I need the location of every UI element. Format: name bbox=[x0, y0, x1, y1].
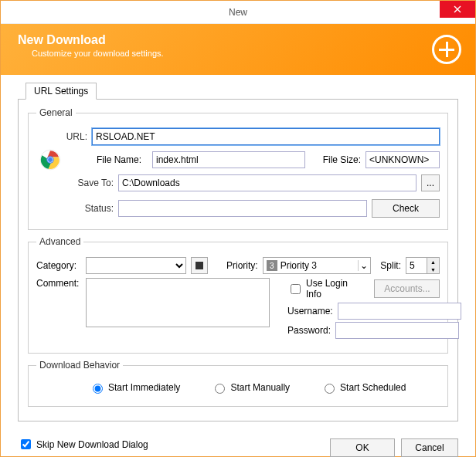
url-label: URL: bbox=[36, 131, 87, 142]
username-label: Username: bbox=[287, 306, 333, 317]
behavior-group: Download Behavior Start Immediately Star… bbox=[28, 360, 448, 407]
banner-sub: Customize your download settings. bbox=[32, 49, 458, 58]
saveto-input[interactable] bbox=[118, 174, 416, 191]
svg-point-3 bbox=[48, 157, 53, 162]
category-manage-button[interactable] bbox=[191, 257, 208, 274]
cancel-button[interactable]: Cancel bbox=[401, 438, 458, 457]
start-immediately-radio[interactable]: Start Immediately bbox=[89, 381, 180, 394]
browse-button[interactable]: ... bbox=[421, 174, 440, 191]
banner: New Download Customize your download set… bbox=[1, 24, 475, 75]
comment-label: Comment: bbox=[36, 278, 81, 289]
accounts-button[interactable]: Accounts... bbox=[374, 279, 440, 298]
comment-input[interactable] bbox=[86, 278, 270, 327]
close-icon bbox=[454, 5, 461, 13]
url-input[interactable] bbox=[92, 128, 440, 145]
priority-badge: 3 bbox=[267, 260, 277, 271]
chevron-down-icon: ⌄ bbox=[358, 260, 370, 271]
titlebar: New bbox=[1, 1, 475, 24]
behavior-legend: Download Behavior bbox=[36, 360, 123, 371]
tab-strip: URL Settings bbox=[18, 83, 458, 100]
chrome-icon bbox=[39, 149, 61, 171]
tab-url-settings[interactable]: URL Settings bbox=[26, 83, 97, 100]
grid-icon bbox=[196, 262, 203, 269]
general-group: General URL: File Name: bbox=[28, 107, 448, 230]
password-input[interactable] bbox=[335, 322, 459, 339]
banner-heading: New Download bbox=[18, 33, 458, 47]
priority-text: Priority 3 bbox=[280, 260, 358, 271]
advanced-legend: Advanced bbox=[36, 236, 83, 247]
footer: Skip New Download Dialog Automatically c… bbox=[1, 431, 475, 457]
advanced-group: Advanced Category: Priority: 3 Priority … bbox=[28, 236, 448, 354]
priority-select[interactable]: 3 Priority 3 ⌄ bbox=[263, 257, 371, 274]
spin-up-icon[interactable]: ▲ bbox=[427, 258, 439, 266]
spin-down-icon[interactable]: ▼ bbox=[427, 266, 439, 273]
filesize-label: File Size: bbox=[323, 154, 361, 165]
status-value bbox=[118, 200, 367, 217]
split-stepper[interactable]: ▲▼ bbox=[406, 257, 440, 274]
new-download-dialog: New New Download Customize your download… bbox=[0, 0, 476, 457]
start-scheduled-radio[interactable]: Start Scheduled bbox=[321, 381, 406, 394]
status-label: Status: bbox=[36, 203, 114, 214]
check-button[interactable]: Check bbox=[372, 199, 440, 218]
filesize-value bbox=[366, 151, 440, 168]
tab-panel: General URL: File Name: bbox=[18, 99, 458, 421]
split-label: Split: bbox=[380, 260, 401, 271]
use-login-checkbox[interactable]: Use Login Info bbox=[287, 278, 365, 300]
filename-label: File Name: bbox=[97, 154, 148, 165]
use-login-input[interactable] bbox=[291, 284, 301, 294]
general-legend: General bbox=[36, 107, 76, 118]
close-button[interactable] bbox=[440, 1, 475, 18]
password-label: Password: bbox=[287, 325, 331, 336]
skip-dialog-checkbox[interactable]: Skip New Download Dialog bbox=[18, 437, 330, 452]
start-manually-radio[interactable]: Start Manually bbox=[211, 381, 290, 394]
category-select[interactable] bbox=[86, 257, 186, 274]
category-label: Category: bbox=[36, 260, 81, 271]
ok-button[interactable]: OK bbox=[330, 438, 395, 457]
plus-icon bbox=[432, 35, 461, 64]
filename-input[interactable] bbox=[152, 151, 305, 168]
priority-label: Priority: bbox=[226, 260, 258, 271]
split-input[interactable] bbox=[406, 257, 427, 274]
window-title: New bbox=[1, 7, 475, 18]
saveto-label: Save To: bbox=[36, 178, 114, 188]
username-input[interactable] bbox=[338, 303, 461, 320]
